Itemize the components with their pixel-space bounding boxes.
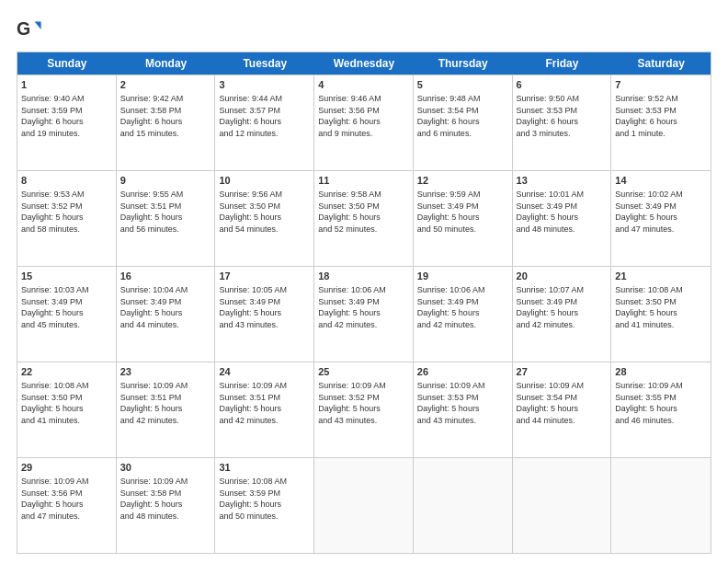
svg-text:G: G xyxy=(17,18,30,39)
day-number: 21 xyxy=(615,270,707,283)
day-of-week-saturday: Saturday xyxy=(611,52,711,75)
day-cell-13: 13Sunrise: 10:01 AM Sunset: 3:49 PM Dayl… xyxy=(513,171,612,266)
day-info: Sunrise: 9:42 AM Sunset: 3:58 PM Dayligh… xyxy=(120,94,184,138)
day-number: 26 xyxy=(417,365,508,379)
day-info: Sunrise: 10:09 AM Sunset: 3:51 PM Daylig… xyxy=(219,381,287,425)
page-header: G xyxy=(17,17,711,42)
day-info: Sunrise: 10:08 AM Sunset: 3:59 PM Daylig… xyxy=(219,477,287,521)
day-info: Sunrise: 10:03 AM Sunset: 3:49 PM Daylig… xyxy=(21,285,89,329)
day-cell-20: 20Sunrise: 10:07 AM Sunset: 3:49 PM Dayl… xyxy=(513,267,612,362)
day-info: Sunrise: 9:50 AM Sunset: 3:53 PM Dayligh… xyxy=(517,94,580,138)
day-cell-5: 5Sunrise: 9:48 AM Sunset: 3:54 PM Daylig… xyxy=(414,75,513,170)
day-number: 15 xyxy=(21,270,112,283)
calendar-row-0: 1Sunrise: 9:40 AM Sunset: 3:59 PM Daylig… xyxy=(17,75,711,170)
day-number: 29 xyxy=(21,461,112,475)
day-number: 17 xyxy=(219,270,310,283)
day-number: 28 xyxy=(615,365,707,379)
day-cell-12: 12Sunrise: 9:59 AM Sunset: 3:49 PM Dayli… xyxy=(414,171,513,266)
day-number: 1 xyxy=(21,78,112,92)
day-number: 12 xyxy=(417,174,508,188)
calendar-row-4: 29Sunrise: 10:09 AM Sunset: 3:56 PM Dayl… xyxy=(17,457,711,553)
day-info: Sunrise: 9:55 AM Sunset: 3:51 PM Dayligh… xyxy=(120,190,184,234)
day-cell-31: 31Sunrise: 10:08 AM Sunset: 3:59 PM Dayl… xyxy=(215,458,314,553)
day-number: 23 xyxy=(120,365,211,379)
day-of-week-wednesday: Wednesday xyxy=(314,52,414,75)
day-of-week-sunday: Sunday xyxy=(17,52,117,75)
day-info: Sunrise: 10:09 AM Sunset: 3:53 PM Daylig… xyxy=(417,381,485,425)
day-number: 5 xyxy=(417,78,508,92)
day-info: Sunrise: 9:56 AM Sunset: 3:50 PM Dayligh… xyxy=(219,190,282,234)
day-cell-26: 26Sunrise: 10:09 AM Sunset: 3:53 PM Dayl… xyxy=(414,362,513,457)
calendar: SundayMondayTuesdayWednesdayThursdayFrid… xyxy=(17,52,711,554)
empty-cell xyxy=(414,458,513,553)
day-info: Sunrise: 9:48 AM Sunset: 3:54 PM Dayligh… xyxy=(417,94,481,138)
calendar-header: SundayMondayTuesdayWednesdayThursdayFrid… xyxy=(17,52,711,75)
day-info: Sunrise: 9:59 AM Sunset: 3:49 PM Dayligh… xyxy=(417,190,481,234)
day-info: Sunrise: 10:08 AM Sunset: 3:50 PM Daylig… xyxy=(21,381,89,425)
day-cell-21: 21Sunrise: 10:08 AM Sunset: 3:50 PM Dayl… xyxy=(611,267,711,362)
day-info: Sunrise: 10:06 AM Sunset: 3:49 PM Daylig… xyxy=(417,285,485,329)
day-cell-24: 24Sunrise: 10:09 AM Sunset: 3:51 PM Dayl… xyxy=(215,362,314,457)
day-number: 11 xyxy=(318,174,409,188)
day-number: 31 xyxy=(219,461,310,475)
day-cell-28: 28Sunrise: 10:09 AM Sunset: 3:55 PM Dayl… xyxy=(611,362,711,457)
day-number: 6 xyxy=(517,78,608,92)
calendar-row-1: 8Sunrise: 9:53 AM Sunset: 3:52 PM Daylig… xyxy=(17,170,711,266)
day-info: Sunrise: 10:09 AM Sunset: 3:56 PM Daylig… xyxy=(21,477,89,521)
day-number: 25 xyxy=(318,365,409,379)
day-cell-7: 7Sunrise: 9:52 AM Sunset: 3:53 PM Daylig… xyxy=(611,75,711,170)
day-info: Sunrise: 10:08 AM Sunset: 3:50 PM Daylig… xyxy=(615,285,683,329)
day-cell-1: 1Sunrise: 9:40 AM Sunset: 3:59 PM Daylig… xyxy=(17,75,117,170)
day-of-week-monday: Monday xyxy=(117,52,216,75)
day-info: Sunrise: 10:07 AM Sunset: 3:49 PM Daylig… xyxy=(517,285,585,329)
day-number: 2 xyxy=(120,78,211,92)
day-number: 10 xyxy=(219,174,310,188)
day-number: 24 xyxy=(219,365,310,379)
day-cell-18: 18Sunrise: 10:06 AM Sunset: 3:49 PM Dayl… xyxy=(314,267,414,362)
day-number: 18 xyxy=(318,270,409,283)
day-info: Sunrise: 10:09 AM Sunset: 3:54 PM Daylig… xyxy=(517,381,585,425)
logo-icon: G xyxy=(17,17,42,42)
day-number: 30 xyxy=(120,461,211,475)
logo: G xyxy=(17,17,46,42)
day-number: 14 xyxy=(615,174,707,188)
day-cell-17: 17Sunrise: 10:05 AM Sunset: 3:49 PM Dayl… xyxy=(215,267,314,362)
day-cell-25: 25Sunrise: 10:09 AM Sunset: 3:52 PM Dayl… xyxy=(314,362,414,457)
day-info: Sunrise: 10:02 AM Sunset: 3:49 PM Daylig… xyxy=(615,190,683,234)
calendar-body: 1Sunrise: 9:40 AM Sunset: 3:59 PM Daylig… xyxy=(17,75,711,553)
day-cell-27: 27Sunrise: 10:09 AM Sunset: 3:54 PM Dayl… xyxy=(513,362,612,457)
day-number: 20 xyxy=(517,270,608,283)
day-number: 8 xyxy=(21,174,112,188)
empty-cell xyxy=(314,458,414,553)
day-cell-19: 19Sunrise: 10:06 AM Sunset: 3:49 PM Dayl… xyxy=(414,267,513,362)
day-info: Sunrise: 10:09 AM Sunset: 3:52 PM Daylig… xyxy=(318,381,386,425)
day-number: 4 xyxy=(318,78,409,92)
day-info: Sunrise: 9:46 AM Sunset: 3:56 PM Dayligh… xyxy=(318,94,381,138)
day-info: Sunrise: 9:53 AM Sunset: 3:52 PM Dayligh… xyxy=(21,190,85,234)
day-cell-8: 8Sunrise: 9:53 AM Sunset: 3:52 PM Daylig… xyxy=(17,171,117,266)
day-info: Sunrise: 9:58 AM Sunset: 3:50 PM Dayligh… xyxy=(318,190,381,234)
day-number: 9 xyxy=(120,174,211,188)
day-cell-2: 2Sunrise: 9:42 AM Sunset: 3:58 PM Daylig… xyxy=(117,75,216,170)
day-of-week-friday: Friday xyxy=(513,52,612,75)
day-number: 16 xyxy=(120,270,211,283)
day-cell-6: 6Sunrise: 9:50 AM Sunset: 3:53 PM Daylig… xyxy=(513,75,612,170)
day-number: 3 xyxy=(219,78,310,92)
empty-cell xyxy=(611,458,711,553)
day-info: Sunrise: 9:44 AM Sunset: 3:57 PM Dayligh… xyxy=(219,94,282,138)
day-info: Sunrise: 10:06 AM Sunset: 3:49 PM Daylig… xyxy=(318,285,386,329)
day-info: Sunrise: 10:09 AM Sunset: 3:58 PM Daylig… xyxy=(120,477,188,521)
day-cell-23: 23Sunrise: 10:09 AM Sunset: 3:51 PM Dayl… xyxy=(117,362,216,457)
day-of-week-tuesday: Tuesday xyxy=(215,52,314,75)
empty-cell xyxy=(513,458,612,553)
day-info: Sunrise: 10:04 AM Sunset: 3:49 PM Daylig… xyxy=(120,285,188,329)
day-of-week-thursday: Thursday xyxy=(414,52,513,75)
day-cell-15: 15Sunrise: 10:03 AM Sunset: 3:49 PM Dayl… xyxy=(17,267,117,362)
calendar-row-2: 15Sunrise: 10:03 AM Sunset: 3:49 PM Dayl… xyxy=(17,266,711,362)
day-info: Sunrise: 9:52 AM Sunset: 3:53 PM Dayligh… xyxy=(615,94,678,138)
day-number: 7 xyxy=(615,78,707,92)
day-cell-29: 29Sunrise: 10:09 AM Sunset: 3:56 PM Dayl… xyxy=(17,458,117,553)
day-number: 13 xyxy=(517,174,608,188)
day-info: Sunrise: 10:09 AM Sunset: 3:51 PM Daylig… xyxy=(120,381,188,425)
day-cell-22: 22Sunrise: 10:08 AM Sunset: 3:50 PM Dayl… xyxy=(17,362,117,457)
